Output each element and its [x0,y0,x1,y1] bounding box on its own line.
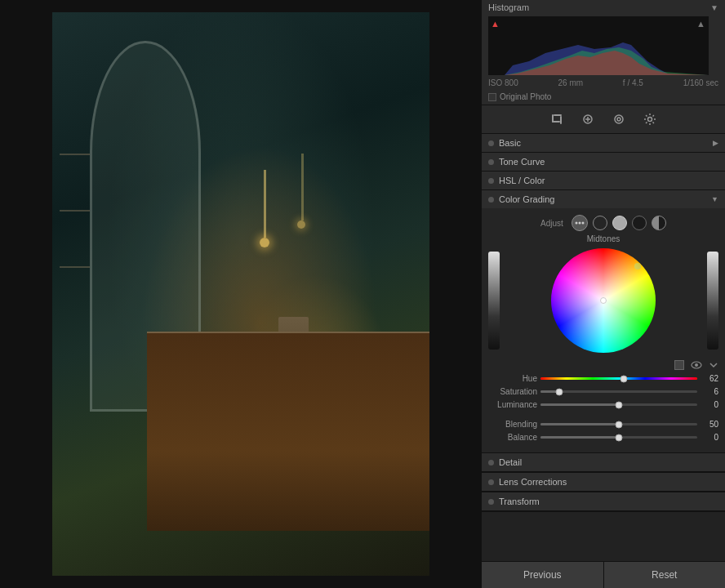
adjust-shadows-button[interactable] [593,216,607,230]
balance-value: 0 [701,433,718,442]
right-panel-inner[interactable]: Basic ▶ Tone Curve HSL / Color [482,134,725,561]
adjust-highlights-button[interactable] [632,216,647,230]
transform-section-header[interactable]: Transform [482,492,725,511]
luminance-value: 0 [701,400,718,409]
transform-dot [488,499,494,505]
settings-tool[interactable] [641,110,659,128]
original-photo-row[interactable]: Original Photo [482,91,725,105]
svg-point-10 [581,222,584,225]
balance-slider-row: Balance 0 [488,433,718,442]
tone-curve-dot [488,159,494,165]
crop-tool[interactable] [548,110,566,128]
basic-arrow: ▶ [713,139,718,147]
hue-slider-row: Hue 62 [488,374,718,383]
lens-corrections-section-header[interactable]: Lens Corrections [482,473,725,492]
saturation-slider-row: Saturation 6 [488,387,718,396]
adjust-all-button[interactable] [572,215,588,231]
adjust-global-button[interactable] [652,216,666,230]
hue-slider-thumb[interactable] [620,375,627,382]
svg-rect-3 [554,114,562,116]
wheel-luminance-strip[interactable] [488,252,500,350]
detail-section: Detail [482,453,725,473]
clipping-warning-icon[interactable]: ▲ [491,19,500,29]
photo-image [52,12,429,576]
color-wheel-container[interactable] [551,248,656,353]
blending-slider-fill [540,423,619,425]
blending-slider-row: Blending 50 [488,420,718,429]
wheel-saturation-strip[interactable] [707,252,718,350]
midtones-label: Midtones [488,234,718,243]
wheel-controls-row [488,359,718,371]
histogram-title: Histogram [488,2,529,12]
balance-slider-thumb[interactable] [616,434,623,441]
color-wheel-cursor[interactable] [600,297,607,304]
luminance-slider-fill [540,403,619,406]
dropdown-arrow-icon[interactable] [709,360,718,370]
histogram-canvas: ▲ ▲ [488,16,709,75]
svg-point-12 [695,363,698,367]
luminance-label: Luminance [488,400,537,409]
eye-icon[interactable] [691,359,702,371]
basic-section-header[interactable]: Basic ▶ [482,134,725,152]
saturation-value: 6 [701,387,718,396]
detail-section-header[interactable]: Detail [482,453,725,472]
luminance-slider-thumb[interactable] [616,401,623,408]
highlight-warning-icon[interactable]: ▲ [696,19,706,29]
original-photo-label: Original Photo [500,92,551,101]
lens-corrections-section: Lens Corrections [482,473,725,492]
color-grading-section-header[interactable]: Color Grading ▼ [482,190,725,208]
histogram-meta: ISO 800 26 mm f / 4.5 1/160 sec [482,77,725,91]
svg-point-9 [578,222,580,225]
color-grading-arrow: ▼ [711,195,718,203]
transform-label: Transform [499,497,540,506]
basic-dot [488,140,494,146]
reset-button[interactable]: Reset [604,562,726,588]
hsl-section-header[interactable]: HSL / Color [482,172,725,189]
histogram-graph [488,16,709,75]
original-photo-checkbox[interactable] [488,93,496,101]
detail-dot [488,460,494,466]
histogram-header: Histogram ▼ [482,0,725,15]
adjust-row: Adjust [488,215,718,231]
balance-slider-fill [540,436,619,439]
luminance-slider-row: Luminance 0 [488,400,718,409]
hue-slider-track[interactable] [540,377,697,380]
iso-value: ISO 800 [488,78,518,87]
blending-value: 50 [701,420,718,429]
hsl-label: HSL / Color [499,176,545,185]
svg-rect-1 [552,121,560,122]
heal-tool[interactable] [579,110,597,128]
balance-slider-track[interactable] [540,436,697,439]
adjust-label: Adjust [540,219,563,228]
tone-curve-section-header[interactable]: Tone Curve [482,153,725,171]
svg-point-6 [617,118,620,121]
histogram-section: Histogram ▼ ▲ ▲ ISO 800 26 mm f / 4.5 1/… [482,0,725,105]
saturation-slider-thumb[interactable] [556,388,563,395]
color-indicator-square [674,360,684,370]
luminance-dot [634,263,641,270]
color-grading-label: Color Grading [499,194,554,204]
histogram-expand-icon[interactable]: ▼ [710,3,718,12]
wheel-row [488,248,718,353]
color-grading-dot [488,197,494,203]
color-grading-content: Adjust [482,208,725,452]
bottom-bar: Previous Reset [482,561,725,588]
blending-slider-thumb[interactable] [616,421,623,428]
aperture: f / 4.5 [623,78,643,87]
shutter-speed: 1/160 sec [683,78,718,87]
photo-panel [0,0,482,588]
svg-rect-2 [560,116,562,124]
hue-slider-fill [540,377,697,380]
basic-label: Basic [499,138,521,148]
tone-curve-label: Tone Curve [499,157,545,167]
basic-section: Basic ▶ [482,134,725,153]
radial-tool[interactable] [610,110,628,128]
focal-length: 26 mm [558,78,583,87]
hue-value: 62 [701,374,718,383]
adjust-midtones-button[interactable] [612,216,627,230]
saturation-slider-track[interactable] [540,390,697,393]
previous-button[interactable]: Previous [482,562,604,588]
transform-section: Transform [482,492,725,512]
luminance-slider-track[interactable] [540,403,697,406]
blending-slider-track[interactable] [540,423,697,425]
